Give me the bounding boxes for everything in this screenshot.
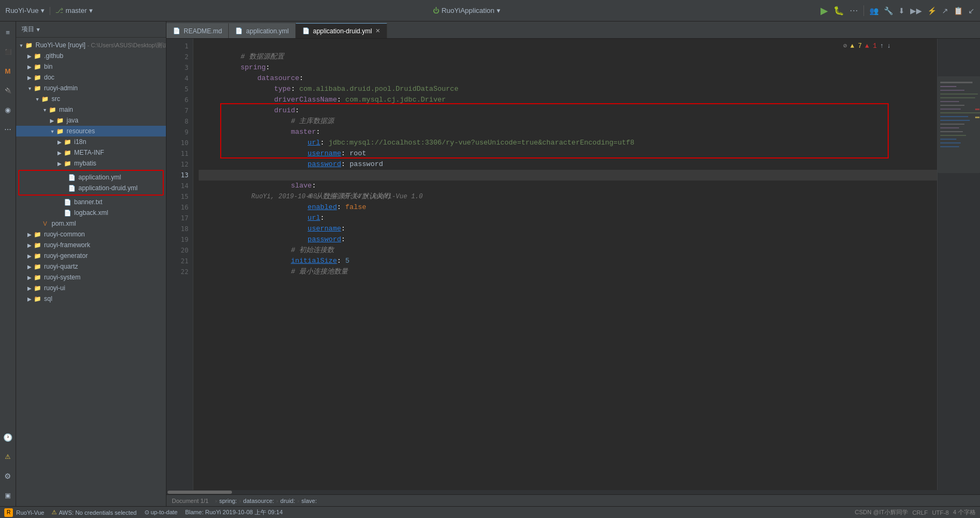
tree-item-meta-inf[interactable]: ▶ 📁 META-INF <box>16 147 166 158</box>
share-icon[interactable]: ↗ <box>942 6 948 15</box>
breadcrumb-spring[interactable]: spring: <box>219 498 237 504</box>
tree-item-resources[interactable]: ▾ 📁 resources <box>16 126 166 136</box>
line-gutter: 1 2 3 4 5 6 7 8 9 10 11 12 13 14 15 16 1… <box>166 39 193 490</box>
run-manager-icon[interactable]: 👥 <box>869 6 879 15</box>
breadcrumb-druid[interactable]: druid: <box>280 498 295 504</box>
tree-item-bin[interactable]: ▶ 📁 bin <box>16 61 166 72</box>
code-line-2[interactable]: spring: <box>199 52 937 62</box>
tree-item-main[interactable]: ▾ 📁 main <box>16 104 166 115</box>
i18n-label: i18n <box>74 138 86 146</box>
code-line-18[interactable]: password: <box>199 224 937 234</box>
remote-icon[interactable]: ↙ <box>968 6 975 15</box>
tab-readme[interactable]: 📄 README.md <box>166 23 229 38</box>
nav-up-icon[interactable]: ↑ <box>880 41 884 52</box>
code-line-3[interactable]: datasource: <box>199 62 937 73</box>
code-line-1[interactable]: # 数据源配置 <box>199 41 937 52</box>
more-run-options[interactable]: ⋯ <box>850 5 858 16</box>
tree-item-sql[interactable]: ▶ 📁 sql <box>16 293 166 304</box>
tab-druid-close[interactable]: ✕ <box>375 27 380 34</box>
code-line-19[interactable]: # 初始连接数 <box>199 234 937 245</box>
sidebar-item-gear[interactable]: ⚙ <box>2 470 14 483</box>
sidebar-item-plugin[interactable]: 🔌 <box>2 84 14 97</box>
scrollbar-thumb[interactable] <box>168 491 232 494</box>
tree-item-ruoyi-generator[interactable]: ▶ 📁 ruoyi-generator <box>16 250 166 261</box>
code-line-22[interactable] <box>199 267 937 277</box>
code-line-11[interactable]: password: password <box>199 148 937 159</box>
code-line-5[interactable]: driverClassName: com.mysql.cj.jdbc.Drive… <box>199 84 937 95</box>
tree-item-i18n[interactable]: ▶ 📁 i18n <box>16 136 166 147</box>
tree-item-application-yml[interactable]: 📄 application.yml <box>20 172 162 183</box>
encoding-label[interactable]: UTF-8 <box>932 509 949 516</box>
horizontal-scrollbar[interactable] <box>166 490 980 494</box>
nav-down-icon[interactable]: ↓ <box>887 41 891 52</box>
tree-item-ruoyi-ui[interactable]: ▶ 📁 ruoyi-ui <box>16 283 166 293</box>
code-line-21[interactable]: # 最小连接池数量 <box>199 256 937 267</box>
tree-item-github[interactable]: ▶ 📁 .github <box>16 51 166 61</box>
pom-label: pom.xml <box>52 220 76 227</box>
tree-item-banner[interactable]: 📄 banner.txt <box>16 197 166 207</box>
app-name-button[interactable]: ⏻ RuoYiApplication ▾ <box>433 6 500 15</box>
sidebar-item-project[interactable]: ≡ <box>2 26 14 39</box>
tree-item-pom[interactable]: V pom.xml <box>16 218 166 229</box>
collab-icon[interactable]: 📋 <box>954 6 963 15</box>
bin-label: bin <box>44 63 53 70</box>
ruoyi-quartz-folder-icon: 📁 <box>33 262 42 271</box>
code-line-4[interactable]: type: com.alibaba.druid.pool.DruidDataSo… <box>199 73 937 84</box>
code-line-8[interactable]: master: <box>199 116 937 127</box>
breadcrumb-slave[interactable]: slave: <box>301 498 317 504</box>
code-line-6[interactable]: druid: <box>199 95 937 105</box>
crlf-label[interactable]: CRLF <box>912 509 928 516</box>
download-icon[interactable]: ⬇ <box>898 6 905 15</box>
project-header-dropdown[interactable]: ▾ <box>37 26 40 33</box>
line-num-16: 16 <box>181 202 188 213</box>
code-line-14[interactable]: # 从数据源开关/默认关闭 <box>199 181 937 191</box>
code-content-area[interactable]: ⊘ ▲ 7 ▲ 1 ↑ ↓ # 数据源配置 spring: <box>193 39 937 490</box>
line-num-17: 17 <box>181 213 188 224</box>
breadcrumb-datasource[interactable]: datasource: <box>243 498 274 504</box>
code-line-16[interactable]: url: <box>199 202 937 213</box>
tree-item-mybatis[interactable]: ▶ 📁 mybatis <box>16 158 166 169</box>
run-button[interactable]: ▶ <box>821 5 828 17</box>
minimap[interactable] <box>937 39 980 490</box>
tree-item-logback[interactable]: 📄 logback.xml <box>16 207 166 218</box>
tab-druid-icon: 📄 <box>302 27 310 34</box>
sidebar-item-structure[interactable]: ⬛ <box>2 45 14 58</box>
tree-item-ruoyi-admin[interactable]: ▾ 📁 ruoyi-admin <box>16 83 166 93</box>
tree-item-ruoyi-quartz[interactable]: ▶ 📁 ruoyi-quartz <box>16 261 166 272</box>
sync-icon[interactable]: ⚡ <box>927 6 937 15</box>
tree-item-doc[interactable]: ▶ 📁 doc <box>16 72 166 83</box>
tree-item-ruoyi-common[interactable]: ▶ 📁 ruoyi-common <box>16 229 166 240</box>
project-header-label: 项目 <box>21 25 34 34</box>
branch-button[interactable]: ⎇ master ▾ <box>55 6 93 15</box>
code-line-13[interactable]: slave: RuoYi, 2019-10-08 上午 09:14 • RuoY… <box>199 170 937 181</box>
code-line-12[interactable]: # 从库数据源 <box>199 159 937 170</box>
indent-label[interactable]: 4 个字格 <box>953 508 976 516</box>
tab-app-yml-icon: 📄 <box>235 27 243 34</box>
tree-item-application-druid[interactable]: 📄 application-druid.yml <box>20 183 162 193</box>
tree-item-ruoyi-system[interactable]: ▶ 📁 ruoyi-system <box>16 272 166 283</box>
code-line-7[interactable]: # 主库数据源 <box>199 105 937 116</box>
sidebar-item-maven[interactable]: M <box>2 64 14 77</box>
code-line-17[interactable]: username: <box>199 213 937 224</box>
tab-application-yml[interactable]: 📄 application.yml <box>229 23 295 38</box>
tree-item-src[interactable]: ▾ 📁 src <box>16 93 166 104</box>
sidebar-item-warning[interactable]: ⚠ <box>2 450 14 463</box>
sidebar-item-more[interactable]: ⋯ <box>2 123 14 135</box>
brand-button[interactable]: RuoYi-Vue ▾ <box>5 6 45 15</box>
tree-item-java[interactable]: ▶ 📁 java <box>16 115 166 126</box>
tab-application-druid[interactable]: 📄 application-druid.yml ✕ <box>296 23 387 38</box>
tree-item-root[interactable]: ▾ 📁 RuoYi-Vue [ruoyi] - C:\Users\ASUS\De… <box>16 40 166 51</box>
code-line-20[interactable]: initialSize: 5 <box>199 245 937 256</box>
tree-item-ruoyi-framework[interactable]: ▶ 📁 ruoyi-framework <box>16 240 166 250</box>
settings-icon[interactable]: 🔧 <box>884 6 893 15</box>
line-num-20: 20 <box>181 245 188 256</box>
debug-button[interactable]: 🐛 <box>833 5 844 16</box>
sidebar-item-terminal[interactable]: ▣ <box>2 489 14 502</box>
sidebar-item-clock[interactable]: 🕐 <box>2 431 14 444</box>
tab-druid-label: application-druid.yml <box>313 27 372 35</box>
code-line-15[interactable]: enabled: false <box>199 191 937 202</box>
deploy-icon[interactable]: ▶▶ <box>910 6 922 15</box>
code-line-10[interactable]: username: root <box>199 138 937 148</box>
sidebar-item-cube[interactable]: ◉ <box>2 103 14 116</box>
code-line-9[interactable]: url: jdbc:mysql://localhost:3306/ry-vue?… <box>199 127 937 138</box>
